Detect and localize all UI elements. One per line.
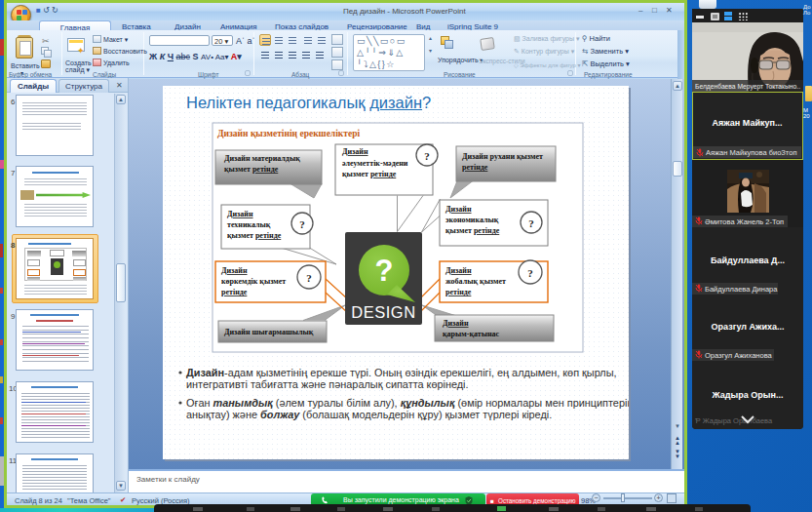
svg-text:DESIGN: DESIGN [351, 303, 415, 321]
svg-text:әлеуметтік-мәдени: әлеуметтік-мәдени [342, 159, 408, 168]
svg-text:ретінде: ретінде [462, 163, 488, 172]
svg-text:Дизайн: Дизайн [445, 266, 472, 275]
svg-text:техникалық: техникалық [227, 220, 271, 229]
svg-text:Дизайн: Дизайн [342, 147, 368, 156]
svg-text:Дизайн: Дизайн [221, 266, 248, 275]
svg-text:қызмет ретінде: қызмет ретінде [445, 226, 500, 235]
svg-text:жобалық қызмет: жобалық қызмет [445, 277, 506, 286]
svg-text:интегративті табиғатта және пә: интегративті табиғатта және пәнаралық си… [186, 378, 469, 390]
svg-text:Оған танымдық (әлем туралы біл: Оған танымдық (әлем туралы білім алу), қ… [186, 397, 629, 409]
svg-text:Дизайн қызметінің ерекшелікте: Дизайн қызметінің ерекшеліктері [217, 129, 360, 138]
svg-text:көркемдік қызмет: көркемдік қызмет [221, 277, 286, 286]
svg-text:анықтау) және болжау (болашақ: анықтау) және болжау (болашақ модельдері… [186, 409, 552, 420]
svg-text:?: ? [527, 267, 533, 279]
svg-text:?: ? [306, 272, 312, 284]
svg-text:Дизайн: Дизайн [443, 319, 469, 328]
svg-text:ретінде: ретінде [445, 288, 472, 296]
svg-text:Дизайн-адам қызметінің ерекше: Дизайн-адам қызметінің ерекше түрі. Оның… [186, 367, 617, 378]
svg-text:Дизайн шығармашылық: Дизайн шығармашылық [224, 328, 314, 336]
svg-text:Дизайн рухани қызмет: Дизайн рухани қызмет [462, 152, 543, 161]
svg-text:?: ? [375, 254, 394, 288]
svg-text:Дизайн: Дизайн [445, 205, 472, 214]
svg-text:қызмет ретінде: қызмет ретінде [342, 170, 397, 178]
svg-text:ретінде: ретінде [221, 288, 248, 296]
svg-text:қызмет ретінде: қызмет ретінде [224, 165, 279, 174]
svg-text:қызмет ретінде: қызмет ретінде [227, 231, 282, 240]
svg-text:экономикалық: экономикалық [445, 216, 499, 224]
svg-text:?: ? [424, 150, 430, 162]
svg-text:Дизайн материалдық: Дизайн материалдық [224, 154, 300, 163]
svg-text:қарым-қатынас: қарым-қатынас [443, 330, 500, 338]
svg-text:Белденбаева Меруерт Токтакыно.: Белденбаева Меруерт Токтакыно.. [695, 82, 800, 91]
svg-text:?: ? [528, 217, 534, 229]
svg-text:Дизайн: Дизайн [227, 210, 253, 218]
svg-text:?: ? [299, 218, 305, 230]
